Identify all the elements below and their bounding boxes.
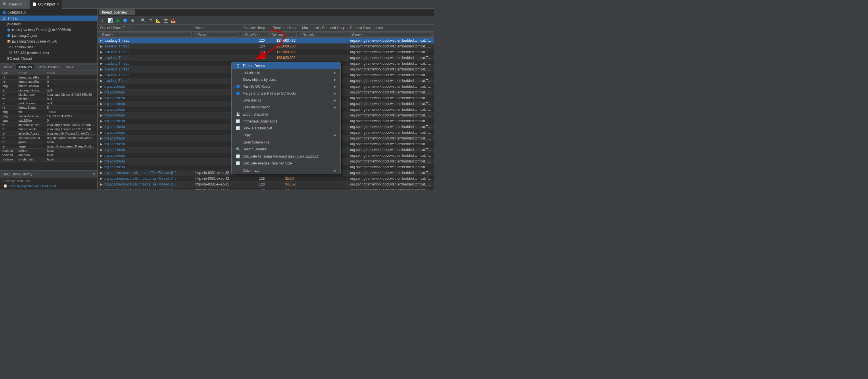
attr-row[interactable]: refcontextClassLoorg.springframework.boo…: [0, 136, 97, 140]
attr-row[interactable]: intthreadLocalRa0: [0, 75, 97, 80]
col-header-max-locals[interactable]: Max. Locals' Retained Heap: [298, 25, 348, 31]
toolbar-btn-layout[interactable]: 📐: [155, 17, 161, 24]
ctx-menu-item[interactable]: 📊 Immediate Dominators: [232, 118, 340, 125]
tree-item-java-lang-object[interactable]: 🔷 java.lang.Object: [5, 33, 97, 38]
ctx-menu-item[interactable]: 📊 Calculate Precise Retained Size: [232, 160, 340, 167]
attr-row[interactable]: refblockernull: [0, 97, 97, 101]
col-header-shallow[interactable]: Shallow Heap: [240, 25, 267, 31]
tab-statics[interactable]: Statics: [0, 64, 16, 70]
ctx-item-label: Merge Shortest Paths to GC Roots: [243, 91, 296, 95]
ctx-menu-item[interactable]: 🧵 Thread Details: [232, 62, 340, 69]
heap-header: Heap Dump History ✕: [0, 171, 97, 178]
tab-attributes[interactable]: Attributes: [16, 64, 35, 70]
filter-max-locals-input[interactable]: [299, 32, 346, 37]
tab-inspector[interactable]: 🔍 Inspector ✕: [0, 0, 30, 9]
ctx-menu-item[interactable]: 💾 Export Snapshot: [232, 111, 340, 118]
ctx-menu-item[interactable]: 🔍 Search Queries...: [232, 146, 340, 153]
sub-tab-thread-overview[interactable]: thread_overview ✕: [99, 9, 135, 15]
sub-tab-close[interactable]: ✕: [130, 11, 132, 14]
attr-row[interactable]: reftargetjava.util.concurrent.ThreadPool…: [0, 144, 97, 149]
ctx-menu-item[interactable]: Leak Identification ▶: [232, 104, 340, 111]
col-header-object[interactable]: Object / Stack Frame: [98, 25, 193, 31]
attr-row[interactable]: refuncaughtExcepnull: [0, 88, 97, 93]
filter-name-input[interactable]: [194, 32, 239, 37]
attr-table-container: Type Name Value intthreadLocalRa0intthre…: [0, 70, 97, 170]
recently-used-label: Recently Used Files: [2, 179, 95, 183]
table-row[interactable]: ▶java.lang.Thread 120 121,663,432 org.sp…: [98, 38, 434, 43]
col-header-retained[interactable]: Retained Heap: [267, 25, 298, 31]
tab-oom-hprof[interactable]: 📄 OOM.hprof ✕: [30, 0, 62, 9]
filter-shallow[interactable]: [240, 31, 267, 38]
table-row[interactable]: ▶org.apache.tomcat.util.threads.TaskThre…: [98, 176, 434, 181]
oom-tab-close[interactable]: ✕: [57, 3, 59, 6]
toolbar-btn-info[interactable]: ℹ: [99, 17, 106, 24]
filter-name[interactable]: [193, 31, 240, 38]
table-row[interactable]: ▶java.lang.Thread 120 108,929,392 org.sp…: [98, 55, 434, 61]
ctx-menu-item[interactable]: Java Basics ▶: [232, 97, 340, 104]
attr-row[interactable]: booleanstillbornfalse: [0, 149, 97, 153]
toolbar-btn-filter[interactable]: ⚗: [148, 17, 154, 24]
tree-item-address[interactable]: 🔵 0x863958c0: [0, 10, 97, 16]
attr-row[interactable]: intthreadStatus5: [0, 106, 97, 110]
heap-panel-close[interactable]: ✕: [93, 173, 95, 176]
attr-row[interactable]: refthreadLocalsjava.lang.ThreadLocal$Thr…: [0, 127, 97, 132]
tree-item-retained[interactable]: 121,663,432 (retained size): [5, 50, 97, 56]
ctx-menu-item[interactable]: 🔵 Path To GC Roots ▶: [232, 83, 340, 90]
attr-row[interactable]: refinheritedAccesjava.security.AccessCon…: [0, 132, 97, 136]
table-row[interactable]: ▶org.apache.tomcat.util.threads.TaskThre…: [98, 187, 434, 190]
attr-row[interactable]: longstackSize0: [0, 118, 97, 123]
ctx-menu-item[interactable]: 📊 Show Retained Set: [232, 125, 340, 132]
ctx-menu-item[interactable]: 📊 Calculate Minimum Retained Size (quick…: [232, 153, 340, 160]
table-row[interactable]: ▶java.lang.Thread 120 112,508,888 org.sp…: [98, 49, 434, 55]
ctx-submenu-arrow: ▶: [334, 98, 336, 103]
attr-row[interactable]: longthreadLocalRa0: [0, 84, 97, 88]
filter-ctx[interactable]: [348, 31, 434, 38]
attr-row[interactable]: longtid14454: [0, 110, 97, 114]
inspector-tab-close[interactable]: ✕: [24, 3, 26, 6]
attr-row[interactable]: refgroupmain: [0, 140, 97, 144]
col-header-name[interactable]: Name: [193, 25, 240, 31]
attr-row[interactable]: refparkBlockernull: [0, 101, 97, 106]
ctx-menu-item[interactable]: Columns... ▶: [232, 167, 340, 174]
toolbar-btn-settings[interactable]: ⚙: [129, 17, 136, 24]
filter-retained[interactable]: [267, 31, 298, 38]
filter-object-input[interactable]: [99, 32, 192, 37]
tree-item-gc-root[interactable]: GC root: Thread: [5, 56, 97, 62]
table-row[interactable]: ▶java.lang.Thread 120 121,608,608 org.sp…: [98, 43, 434, 49]
col-header-ctx[interactable]: Context Class Loader: [348, 25, 434, 31]
toolbar-btn-search[interactable]: 🔍: [140, 17, 146, 24]
filter-object[interactable]: [98, 31, 193, 38]
ctx-menu-item[interactable]: Copy ▶: [232, 132, 340, 139]
ctx-item-label: Show Retained Set: [243, 126, 272, 130]
heap-file-link[interactable]: 📋 /Users/yangchuanyun/OOM.hprof: [2, 183, 95, 188]
tree-item-thread[interactable]: 🧵 Thread: [0, 16, 97, 21]
ctx-submenu-arrow: ▶: [334, 105, 336, 109]
tree-item-java-lang[interactable]: java.lang: [5, 21, 97, 27]
tree-item-shallow[interactable]: 120 (shallow size): [5, 44, 97, 50]
ctx-menu-item[interactable]: List objects ▶: [232, 69, 340, 76]
filter-ctx-input[interactable]: [349, 32, 433, 37]
toolbar-btn-chart[interactable]: 📊: [107, 17, 113, 24]
toolbar-btn-snapshot[interactable]: 📸: [162, 17, 169, 24]
attr-row[interactable]: refinheritableThrejava.lang.ThreadLocal$…: [0, 123, 97, 127]
tab-value[interactable]: Value: [63, 64, 77, 70]
table-row[interactable]: ▶org.apache.tomcat.util.threads.TaskThre…: [98, 181, 434, 187]
filter-shallow-input[interactable]: [241, 32, 266, 37]
attr-row[interactable]: intthreadLocalRa0: [0, 80, 97, 84]
ctx-menu-item[interactable]: Show objects by class ▶: [232, 76, 340, 83]
ctx-menu-item[interactable]: Open Source File: [232, 139, 340, 146]
attr-row[interactable]: booleandaemonfalse: [0, 153, 97, 157]
hprof-icon: 📄: [32, 2, 36, 6]
attr-row[interactable]: longnativeParkEve140130959513936: [0, 114, 97, 118]
ctx-menu-item[interactable]: 🔵 Merge Shortest Paths to GC Roots ▶: [232, 90, 340, 97]
tree-item-class-thread[interactable]: 🔷 class java.lang.Thread @ 0x80065e60: [5, 27, 97, 33]
tab-class-hierarchy[interactable]: Class Hierarchy: [35, 64, 63, 70]
toolbar-btn-hierarchy[interactable]: 🌲: [114, 17, 121, 24]
toolbar-btn-class[interactable]: 🔷: [122, 17, 128, 24]
attr-row[interactable]: refblockerLockjava.lang.Object @ 0x86395…: [0, 93, 97, 97]
attr-row[interactable]: booleansingle_stepfalse: [0, 157, 97, 162]
filter-max-locals[interactable]: [298, 31, 348, 38]
toolbar-btn-export[interactable]: 📤: [170, 17, 176, 24]
filter-retained-input[interactable]: [269, 32, 297, 37]
tree-item-classloader[interactable]: 📦 java.lang.ClassLoader @ 0x0: [5, 38, 97, 44]
